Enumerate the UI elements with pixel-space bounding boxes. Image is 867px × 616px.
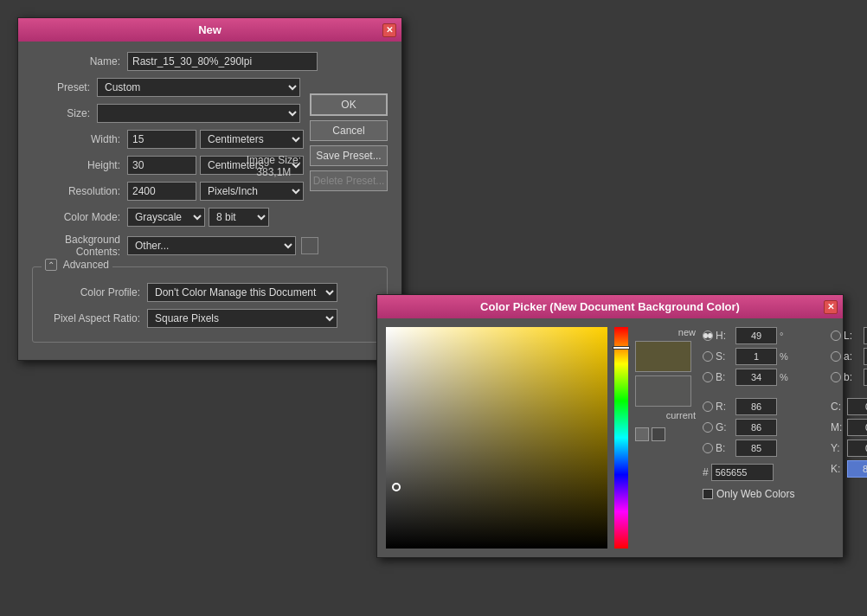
- r-radio[interactable]: [703, 401, 713, 412]
- m-row: M: %: [831, 419, 867, 436]
- color-picker-titlebar: Color Picker (New Document Background Co…: [377, 295, 843, 318]
- hue-strip-section: [614, 327, 628, 549]
- s-radio[interactable]: [703, 351, 713, 362]
- color-mode-select[interactable]: Grayscale: [127, 208, 205, 227]
- b3-label: b:: [844, 371, 861, 383]
- h-unit: °: [780, 330, 790, 341]
- width-input[interactable]: [127, 130, 196, 149]
- size-select[interactable]: [97, 104, 300, 123]
- a-radio[interactable]: [831, 351, 841, 362]
- delete-preset-button: Delete Preset...: [310, 170, 388, 191]
- new-dialog-buttons: OK Cancel Save Preset... Delete Preset..…: [310, 93, 388, 191]
- separator-2: [831, 389, 867, 396]
- b3-input[interactable]: [864, 369, 867, 386]
- y-row: Y: %: [831, 440, 867, 457]
- height-input[interactable]: [127, 156, 196, 175]
- name-row: Name:: [32, 52, 388, 71]
- ok-button[interactable]: OK: [310, 93, 388, 116]
- advanced-section: ⌃ Advanced Color Profile: Don't Color Ma…: [32, 266, 388, 343]
- only-web-row: Only Web Colors: [703, 488, 824, 500]
- pixel-aspect-row: Pixel Aspect Ratio: Square Pixels: [43, 309, 376, 328]
- r-row: R:: [703, 398, 824, 415]
- b3-row: b:: [831, 369, 867, 386]
- width-unit-select[interactable]: Centimeters: [200, 130, 304, 149]
- b2-input[interactable]: [735, 440, 777, 457]
- bg-contents-select[interactable]: Other...: [127, 236, 296, 255]
- hex-prefix: #: [703, 466, 709, 478]
- b-unit: %: [780, 372, 790, 382]
- c-label: C:: [831, 401, 845, 413]
- h-label: H:: [716, 330, 733, 342]
- cancel-button[interactable]: Cancel: [310, 120, 388, 141]
- pixel-aspect-select[interactable]: Square Pixels: [147, 309, 337, 328]
- g-row: G:: [703, 419, 824, 436]
- new-label: new: [635, 327, 696, 337]
- h-input[interactable]: [735, 327, 777, 344]
- save-preset-button[interactable]: Save Preset...: [310, 145, 388, 166]
- color-profile-label: Color Profile:: [43, 286, 147, 298]
- preset-label: Preset:: [32, 81, 97, 93]
- y-label: Y:: [831, 442, 845, 454]
- l-label: L:: [844, 330, 861, 342]
- r-label: R:: [716, 401, 733, 413]
- image-size-section: Image Size: 383,1M: [247, 154, 301, 178]
- b3-radio[interactable]: [831, 372, 841, 382]
- resolution-unit-select[interactable]: Pixels/Inch: [200, 182, 304, 201]
- b2-label: B:: [716, 442, 733, 454]
- separator-1: [703, 389, 824, 396]
- color-preview-current[interactable]: [635, 375, 691, 407]
- m-label: M:: [831, 421, 845, 433]
- bit-depth-select[interactable]: 8 bit: [209, 208, 269, 227]
- resolution-input[interactable]: [127, 182, 196, 201]
- hue-strip[interactable]: [614, 327, 628, 549]
- color-field-container: [386, 327, 607, 549]
- s-label: S:: [716, 350, 733, 363]
- color-preview-new[interactable]: [635, 341, 691, 372]
- l-radio[interactable]: [831, 330, 841, 341]
- color-profile-select[interactable]: Don't Color Manage this Document: [147, 283, 337, 302]
- b2-radio[interactable]: [703, 443, 713, 453]
- image-size-label: Image Size:: [247, 154, 301, 166]
- l-input[interactable]: [864, 327, 867, 344]
- h-radio[interactable]: [703, 330, 713, 341]
- only-web-label: Only Web Colors: [716, 488, 794, 500]
- hue-cursor: [613, 346, 630, 350]
- s-input[interactable]: [735, 348, 777, 365]
- b2-row: B:: [703, 440, 824, 457]
- k-input[interactable]: [847, 460, 867, 478]
- preset-select[interactable]: Custom: [97, 78, 300, 97]
- color-picker-dialog: Color Picker (New Document Background Co…: [376, 294, 844, 558]
- preview-icon-1[interactable]: [635, 427, 649, 441]
- pixel-aspect-label: Pixel Aspect Ratio:: [43, 312, 147, 324]
- color-mode-row: Color Mode: Grayscale 8 bit: [32, 208, 388, 227]
- a-input[interactable]: [864, 348, 867, 365]
- only-web-checkbox[interactable]: [703, 489, 713, 499]
- c-input[interactable]: [847, 398, 867, 415]
- color-field-bg: [386, 327, 607, 549]
- new-dialog-title: New: [198, 23, 222, 36]
- advanced-toggle[interactable]: ⌃: [45, 259, 57, 271]
- g-input[interactable]: [735, 419, 777, 436]
- b-radio[interactable]: [703, 372, 713, 382]
- k-row: K: %: [831, 460, 867, 478]
- color-picker-close-button[interactable]: ✕: [824, 300, 838, 314]
- bg-color-swatch[interactable]: [301, 237, 318, 254]
- bg-contents-label: Background Contents:: [32, 234, 127, 258]
- g-radio[interactable]: [703, 422, 713, 433]
- preview-icon-2[interactable]: [652, 427, 665, 441]
- s-unit: %: [780, 351, 790, 362]
- b-input[interactable]: [735, 369, 777, 386]
- name-input[interactable]: [127, 52, 318, 71]
- color-picker-title: Color Picker (New Document Background Co…: [480, 300, 740, 313]
- l-row: L:: [831, 327, 867, 344]
- r-input[interactable]: [735, 398, 777, 415]
- color-field[interactable]: [386, 327, 607, 549]
- hex-row: #: [703, 464, 824, 481]
- k-label: K:: [831, 463, 845, 475]
- m-input[interactable]: [847, 419, 867, 436]
- new-dialog-close-button[interactable]: ✕: [382, 23, 396, 37]
- hex-input[interactable]: [711, 464, 774, 481]
- y-input[interactable]: [847, 440, 867, 457]
- advanced-label: ⌃ Advanced: [42, 259, 112, 271]
- c-row: C: %: [831, 398, 867, 415]
